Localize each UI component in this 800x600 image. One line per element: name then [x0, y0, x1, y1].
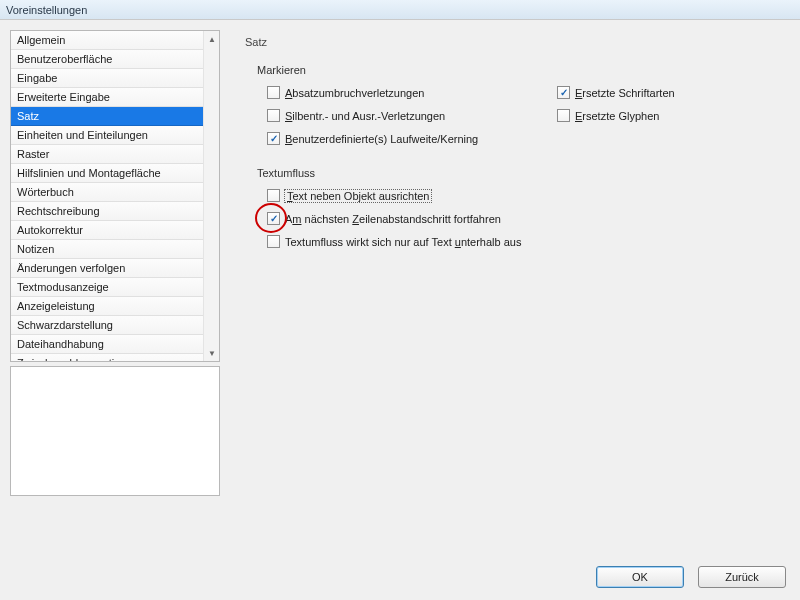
sidebar: AllgemeinBenutzeroberflächeEingabeErweit…	[0, 20, 225, 560]
sidebar-item-9[interactable]: Rechtschreibung	[11, 202, 203, 221]
checkbox-label: Am nächsten Zeilenabstandschritt fortfah…	[285, 213, 501, 225]
checkbox-ersetzte-schriftarten[interactable]: Ersetzte Schriftarten	[557, 86, 767, 99]
scroll-down-icon[interactable]: ▼	[204, 345, 220, 361]
checkbox-laufweite-kerning[interactable]: Benutzerdefinierte(s) Laufweite/Kerning	[267, 132, 478, 145]
checkbox-zeilenabstand-fortfahren[interactable]: Am nächsten Zeilenabstandschritt fortfah…	[267, 212, 501, 225]
sidebar-item-10[interactable]: Autokorrektur	[11, 221, 203, 240]
ok-button[interactable]: OK	[596, 566, 684, 588]
checkbox-box	[267, 109, 280, 122]
section-textumfluss: Textumfluss Text neben Objekt ausrichten…	[245, 167, 780, 248]
checkbox-box	[267, 235, 280, 248]
checkbox-box	[267, 86, 280, 99]
sidebar-item-16[interactable]: Dateihandhabung	[11, 335, 203, 354]
sidebar-item-11[interactable]: Notizen	[11, 240, 203, 259]
window-titlebar: Voreinstellungen	[0, 0, 800, 20]
checkbox-box	[267, 212, 280, 225]
sidebar-item-0[interactable]: Allgemein	[11, 31, 203, 50]
content-area: AllgemeinBenutzeroberflächeEingabeErweit…	[0, 20, 800, 560]
checkbox-box	[557, 109, 570, 122]
section-title-markieren: Markieren	[257, 64, 780, 76]
sidebar-item-1[interactable]: Benutzeroberfläche	[11, 50, 203, 69]
sidebar-item-17[interactable]: Zwischenablageoptionen	[11, 354, 203, 362]
window-title: Voreinstellungen	[6, 4, 87, 16]
listbox-scrollbar[interactable]: ▲ ▼	[203, 31, 219, 361]
checkbox-box	[557, 86, 570, 99]
checkbox-text-neben-objekt[interactable]: Text neben Objekt ausrichten	[267, 189, 477, 202]
sidebar-item-6[interactable]: Raster	[11, 145, 203, 164]
sidebar-item-13[interactable]: Textmodusanzeige	[11, 278, 203, 297]
sidebar-item-14[interactable]: Anzeigeleistung	[11, 297, 203, 316]
sidebar-item-7[interactable]: Hilfslinien und Montagefläche	[11, 164, 203, 183]
back-button[interactable]: Zurück	[698, 566, 786, 588]
sidebar-item-2[interactable]: Eingabe	[11, 69, 203, 88]
sidebar-item-15[interactable]: Schwarzdarstellung	[11, 316, 203, 335]
checkbox-box	[267, 189, 280, 202]
checkbox-absatzumbruch[interactable]: Absatzumbruchverletzungen	[267, 86, 477, 99]
checkbox-label: Benutzerdefinierte(s) Laufweite/Kerning	[285, 133, 478, 145]
category-listbox[interactable]: AllgemeinBenutzeroberflächeEingabeErweit…	[10, 30, 220, 362]
checkbox-label: Textumfluss wirkt sich nur auf Text unte…	[285, 236, 521, 248]
checkbox-label: Ersetzte Glyphen	[575, 110, 659, 122]
sidebar-item-3[interactable]: Erweiterte Eingabe	[11, 88, 203, 107]
section-title-textumfluss: Textumfluss	[257, 167, 780, 179]
sidebar-item-5[interactable]: Einheiten und Einteilungen	[11, 126, 203, 145]
checkbox-box	[267, 132, 280, 145]
checkbox-ersetzte-glyphen[interactable]: Ersetzte Glyphen	[557, 109, 767, 122]
dialog-buttons: OK Zurück	[596, 566, 786, 588]
section-markieren: Markieren Absatzumbruchverletzungen Erse…	[245, 64, 780, 145]
sidebar-item-12[interactable]: Änderungen verfolgen	[11, 259, 203, 278]
page-title: Satz	[245, 36, 780, 48]
checkbox-silbentrennung[interactable]: Silbentr.- und Ausr.-Verletzungen	[267, 109, 477, 122]
checkbox-text-unterhalb[interactable]: Textumfluss wirkt sich nur auf Text unte…	[267, 235, 521, 248]
sidebar-item-8[interactable]: Wörterbuch	[11, 183, 203, 202]
scroll-up-icon[interactable]: ▲	[204, 31, 220, 47]
checkbox-label: Text neben Objekt ausrichten	[285, 190, 431, 202]
checkbox-label: Absatzumbruchverletzungen	[285, 87, 424, 99]
sidebar-item-4[interactable]: Satz	[11, 107, 203, 126]
description-box	[10, 366, 220, 496]
checkbox-label: Silbentr.- und Ausr.-Verletzungen	[285, 110, 445, 122]
checkbox-label: Ersetzte Schriftarten	[575, 87, 675, 99]
settings-panel: Satz Markieren Absatzumbruchverletzungen…	[225, 20, 800, 560]
